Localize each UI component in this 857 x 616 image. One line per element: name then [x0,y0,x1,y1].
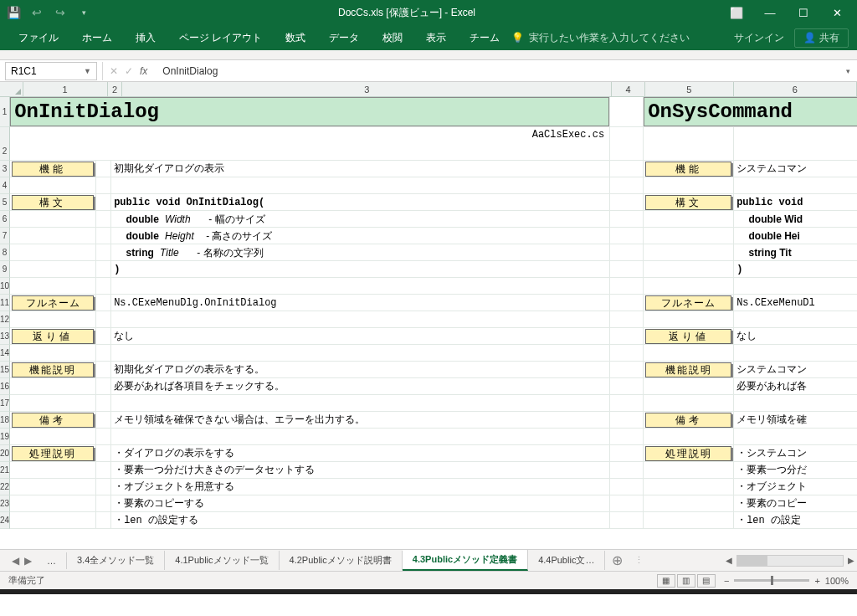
undo-icon[interactable]: ↩ [30,6,44,19]
row-header[interactable]: 18 [0,412,10,429]
enter-icon[interactable]: ✓ [125,65,133,77]
cell[interactable]: ・システムコン [734,445,857,461]
cell[interactable]: 初期化ダイアログの表示 [111,161,610,177]
qat-customize-icon[interactable]: ▾ [77,6,90,19]
tab-file[interactable]: ファイル [7,26,70,50]
cell[interactable]: Ns.CExeMenuDlg.OnInitDialog [111,295,610,311]
tab-team[interactable]: チーム [458,26,511,50]
cell[interactable]: ・ダイアログの表示をする [111,445,610,461]
row-header[interactable]: 14 [0,345,10,362]
ribbon-display-icon[interactable]: ⬜ [723,7,750,19]
scroll-thumb[interactable] [737,556,767,566]
label-fullname-r[interactable]: フルネーム [645,295,731,311]
cell[interactable]: ) [111,261,610,277]
col-header[interactable]: 4 [612,82,644,96]
tab-home[interactable]: ホーム [70,26,124,50]
col-header[interactable]: 2 [108,82,123,96]
cell[interactable]: システムコマン [734,362,857,377]
cell[interactable]: メモリ領域を確 [734,412,857,428]
zoom-slider[interactable] [734,579,809,582]
add-sheet-button[interactable]: ⊕ [605,552,629,568]
label-kinou-r[interactable]: 機能 [645,162,731,177]
sheet-nav-next-icon[interactable]: ▶ [24,555,32,567]
label-kinou[interactable]: 機能 [12,162,94,177]
tab-view[interactable]: 表示 [414,26,458,50]
signin-link[interactable]: サインイン [734,31,784,45]
sheet-tab-ellipsis[interactable]: … [37,552,67,569]
row-header[interactable]: 8 [0,244,10,261]
label-koubun-r[interactable]: 構文 [645,195,731,210]
scroll-right-icon[interactable]: ▶ [845,556,857,565]
cell[interactable]: ・オブジェクトを用意する [111,479,610,495]
row-header[interactable]: 20 [0,445,10,462]
cell[interactable]: システムコマン [734,161,857,177]
row-header[interactable]: 13 [0,328,10,345]
cells-area[interactable]: OnInitDialog OnSysCommand AaClsExec.cs 機… [10,97,857,529]
row-header[interactable]: 2 [0,127,10,161]
cell[interactable]: ・len の設定 [734,512,857,528]
cell[interactable]: ・要素一つ分だけ大きさのデータセットする [111,462,610,478]
tab-pagelayout[interactable]: ページ レイアウト [167,26,274,50]
tab-formulas[interactable]: 数式 [274,26,317,50]
share-button[interactable]: 👤 共有 [794,28,849,48]
sheet-nav-prev-icon[interactable]: ◀ [12,555,19,567]
label-bikou[interactable]: 備考 [12,413,94,428]
row-header[interactable]: 21 [0,462,10,479]
page-layout-view-icon[interactable]: ▥ [677,574,695,588]
minimize-button[interactable]: — [757,7,783,19]
row-header[interactable]: 22 [0,479,10,495]
scroll-left-icon[interactable]: ◀ [723,556,735,565]
tell-me[interactable]: 💡 実行したい作業を入力してください [511,31,690,45]
label-fullname[interactable]: フルネーム [12,295,94,311]
tab-data[interactable]: データ [317,26,371,50]
cell[interactable]: ・要素のコピーする [111,495,610,511]
formula-input[interactable]: OnInitDialog [154,65,839,77]
sheet-tab[interactable]: 3.4全メソッド一覧 [67,551,165,570]
fx-icon[interactable]: fx [140,65,147,77]
cell[interactable]: なし [734,328,857,344]
row-header[interactable]: 11 [0,295,10,311]
formula-expand-icon[interactable]: ▾ [839,67,857,75]
cell[interactable]: string Tit [734,244,857,260]
sheet-tab-active[interactable]: 4.3Publicメソッド定義書 [403,550,528,571]
row-header[interactable]: 23 [0,495,10,512]
cell[interactable]: Ns.CExeMenuDl [734,295,857,311]
horizontal-scrollbar[interactable]: ◀ ▶ [723,555,857,567]
col-header[interactable]: 1 [23,82,108,96]
label-desc-r[interactable]: 機能説明 [645,362,731,377]
label-desc[interactable]: 機能説明 [12,362,94,377]
page-break-view-icon[interactable]: ▤ [697,574,716,588]
sheet-tab[interactable]: 4.4Public文… [528,551,605,570]
cell[interactable]: double Height - 高さのサイズ [111,228,610,244]
tab-review[interactable]: 校閲 [371,26,414,50]
zoom-level[interactable]: 100% [825,576,849,586]
select-all-corner[interactable] [0,82,23,96]
label-return-r[interactable]: 返り値 [645,329,731,344]
row-header[interactable]: 4 [0,177,10,194]
label-bikou-r[interactable]: 備考 [645,413,731,428]
row-header[interactable]: 3 [0,161,10,177]
cell[interactable]: ・要素一つ分だ [734,462,857,478]
cell[interactable]: public void OnInitDialog( [111,194,610,210]
label-return[interactable]: 返り値 [12,329,94,344]
close-button[interactable]: ✕ [824,7,850,19]
cell[interactable]: メモリ領域を確保できない場合は、エラーを出力する。 [111,412,610,428]
name-box[interactable]: R1C1 ▼ [5,62,97,80]
row-header[interactable]: 9 [0,261,10,278]
cell[interactable]: ・len の設定する [111,512,610,528]
row-header[interactable]: 24 [0,512,10,529]
label-proc[interactable]: 処理説明 [12,446,94,461]
cell[interactable]: 必要があれば各項目をチェックする。 [111,378,610,394]
col-header[interactable]: 3 [122,82,612,96]
cell[interactable]: double Width - 幅のサイズ [111,211,610,227]
save-icon[interactable]: 💾 [7,6,20,19]
row-header[interactable]: 19 [0,429,10,445]
row-header[interactable]: 7 [0,228,10,244]
cell[interactable]: string Title - 名称の文字列 [111,244,610,260]
row-header[interactable]: 1 [0,97,10,127]
cell[interactable]: ) [734,261,857,277]
filename-cell[interactable]: AaClsExec.cs [10,127,610,160]
cell[interactable]: ・オブジェクト [734,479,857,495]
cell[interactable]: 必要があれば各 [734,378,857,394]
col-header[interactable]: 5 [645,82,734,96]
